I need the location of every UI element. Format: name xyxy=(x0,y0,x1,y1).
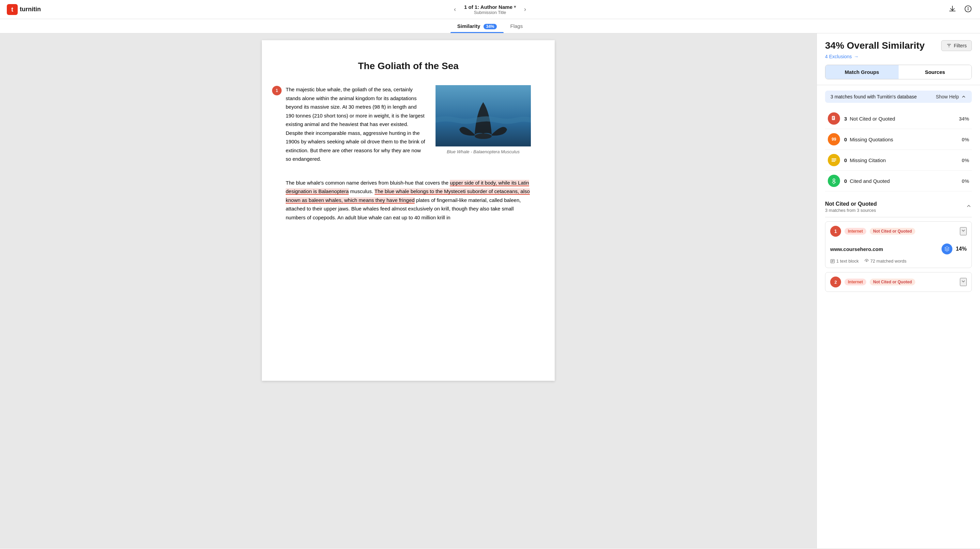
source-card-2: 2 Internet Not Cited or Quoted xyxy=(825,272,972,292)
not-cited-icon xyxy=(828,112,840,125)
svg-point-17 xyxy=(833,179,835,181)
source-2-tag-internet: Internet xyxy=(845,278,866,285)
source-card-1-header: 1 Internet Not Cited or Quoted xyxy=(826,222,972,241)
turnitin-logo-icon: t xyxy=(7,4,18,15)
cited-quoted-svg-icon xyxy=(831,178,837,184)
main-container: The Goliath of the Sea 1 The majestic bl… xyxy=(0,33,980,548)
svg-rect-11 xyxy=(832,117,834,118)
submission-nav: 1 of 1: Author Name ▾ xyxy=(464,4,516,10)
info-button[interactable] xyxy=(963,4,973,15)
source-card-1: 1 Internet Not Cited or Quoted www.cours… xyxy=(825,221,972,268)
cited-quoted-icon xyxy=(828,175,840,187)
missing-citation-icon xyxy=(828,154,840,166)
document-page: The Goliath of the Sea 1 The majestic bl… xyxy=(262,40,555,381)
not-cited-section-header: Not Cited or Quoted 3 matches from 3 sou… xyxy=(825,197,972,217)
svg-rect-12 xyxy=(832,118,834,118)
match-type-not-cited[interactable]: 3 Not Cited or Quoted 34% xyxy=(825,108,972,129)
filter-icon xyxy=(946,43,952,48)
document-panel: The Goliath of the Sea 1 The majestic bl… xyxy=(0,33,816,548)
image-caption: Blue Whale - Balaenoptera Musculus xyxy=(436,149,531,154)
not-cited-section-title-wrap: Not Cited or Quoted 3 matches from 3 sou… xyxy=(825,201,877,213)
not-cited-pct: 34% xyxy=(959,116,969,122)
source-1-url-row: www.coursehero.com 14% xyxy=(826,241,972,258)
header-left: t turnitin xyxy=(7,4,41,15)
not-cited-section-title: Not Cited or Quoted xyxy=(825,201,877,207)
similarity-badge: 34% xyxy=(484,24,496,29)
source-card-2-header: 2 Internet Not Cited or Quoted xyxy=(826,272,972,291)
match-marker-1[interactable]: 1 xyxy=(272,86,282,95)
source-1-text-blocks: 1 text block xyxy=(830,258,859,264)
source-1-chevron-icon xyxy=(961,228,966,233)
submission-subtitle: Submission Title xyxy=(474,10,506,15)
source-1-right: 14% xyxy=(942,243,967,255)
submission-dropdown-arrow[interactable]: ▾ xyxy=(514,5,516,9)
source-1-url[interactable]: www.coursehero.com xyxy=(830,246,883,252)
not-cited-collapse-button[interactable] xyxy=(966,203,972,211)
tab-sources[interactable]: Sources xyxy=(899,65,972,79)
exclusions-link[interactable]: 4 Exclusions → xyxy=(825,54,972,59)
svg-point-6 xyxy=(475,134,492,139)
paragraph-2: The blue whale's common name derives fro… xyxy=(286,178,531,222)
source-2-chevron-icon xyxy=(961,278,966,284)
logo: t turnitin xyxy=(7,4,41,15)
source-1-matched-words: 72 matched words xyxy=(864,258,907,264)
download-button[interactable] xyxy=(947,4,958,15)
whale-image-svg xyxy=(436,85,531,146)
source-1-meta: 1 text block 72 matched words xyxy=(826,258,972,268)
source-1-expand-button[interactable] xyxy=(960,227,967,236)
info-icon xyxy=(964,5,972,13)
match-tabs: Match Groups Sources xyxy=(825,65,972,80)
missing-quotations-pct: 0% xyxy=(962,137,969,142)
not-cited-section-subtitle: 3 matches from 3 sources xyxy=(825,208,877,213)
matches-info-bar: 3 matches found with Turnitin's database… xyxy=(825,91,972,103)
download-icon xyxy=(949,5,956,13)
tab-match-groups[interactable]: Match Groups xyxy=(826,65,899,79)
missing-quotations-label: 0 Missing Quotations xyxy=(844,137,958,142)
tabs-bar: Similarity 34% Flags xyxy=(0,19,980,33)
collapse-icon xyxy=(966,203,972,209)
match-type-cited-quoted[interactable]: 0 Cited and Quoted 0% xyxy=(825,170,972,191)
source-1-tag-internet: Internet xyxy=(845,228,866,235)
matched-words-icon xyxy=(864,259,869,264)
cited-quoted-label: 0 Cited and Quoted xyxy=(844,178,958,184)
source-1-tag-not-cited: Not Cited or Quoted xyxy=(870,228,915,235)
paragraph-1: The majestic blue whale, the goliath of … xyxy=(286,85,425,164)
match-type-missing-citation[interactable]: 0 Missing Citation 0% xyxy=(825,150,972,170)
svg-point-22 xyxy=(866,260,867,261)
similarity-title: 34% Overall Similarity xyxy=(825,40,925,51)
tab-flags[interactable]: Flags xyxy=(504,19,530,33)
source-2-expand-button[interactable] xyxy=(960,278,967,286)
tab-similarity[interactable]: Similarity 34% xyxy=(450,19,504,33)
missing-quotations-icon: 99 xyxy=(828,133,840,145)
source-1-num: 1 xyxy=(830,226,841,237)
text-blocks-icon xyxy=(830,259,835,264)
match-type-missing-quotations[interactable]: 99 0 Missing Quotations 0% xyxy=(825,129,972,150)
svg-text:t: t xyxy=(11,6,13,13)
not-cited-label: 3 Not Cited or Quoted xyxy=(844,116,955,122)
header-right xyxy=(947,4,973,15)
right-panel-header: 34% Overall Similarity Filters 4 Exclusi… xyxy=(817,33,980,85)
show-help-button[interactable]: Show Help xyxy=(936,94,966,99)
missing-citation-label: 0 Missing Citation xyxy=(844,158,958,163)
missing-citation-pct: 0% xyxy=(962,158,969,163)
cited-quoted-pct: 0% xyxy=(962,178,969,184)
right-panel-content: 3 matches found with Turnitin's database… xyxy=(817,85,980,548)
source-1-avatar xyxy=(942,243,952,255)
source-1-pct: 14% xyxy=(956,246,967,252)
document-first-paragraph: 1 The majestic blue whale, the goliath o… xyxy=(286,85,425,170)
source-2-num: 2 xyxy=(830,277,841,288)
help-chevron-icon xyxy=(961,94,966,99)
whale-image xyxy=(436,85,531,146)
source-1-avatar-icon xyxy=(944,246,950,252)
next-nav-button[interactable]: › xyxy=(521,5,529,14)
document-image-wrap: Blue Whale - Balaenoptera Musculus xyxy=(436,85,531,170)
header-center: ‹ 1 of 1: Author Name ▾ Submission Title… xyxy=(451,4,529,15)
similarity-heading: 34% Overall Similarity Filters xyxy=(825,40,972,51)
source-2-tag-not-cited: Not Cited or Quoted xyxy=(870,278,915,285)
prev-nav-button[interactable]: ‹ xyxy=(451,5,459,14)
filters-button[interactable]: Filters xyxy=(941,40,972,51)
right-panel: 34% Overall Similarity Filters 4 Exclusi… xyxy=(816,33,980,548)
not-cited-svg-icon xyxy=(831,115,837,122)
missing-citation-svg-icon xyxy=(831,157,837,163)
header: t turnitin ‹ 1 of 1: Author Name ▾ Submi… xyxy=(0,0,980,19)
